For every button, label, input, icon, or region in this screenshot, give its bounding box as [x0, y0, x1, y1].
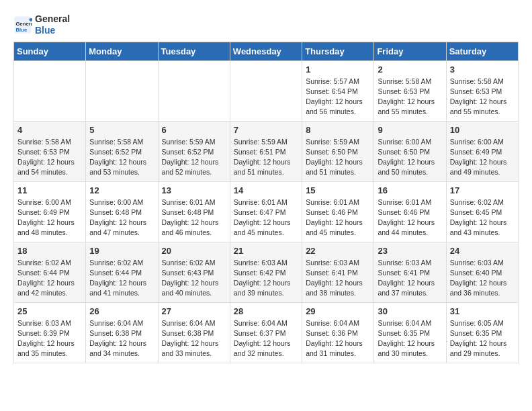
day-number: 27: [162, 306, 226, 316]
day-info: Sunrise: 5:59 AMSunset: 6:51 PMDaylight:…: [234, 137, 298, 178]
day-number: 3: [450, 64, 515, 75]
day-info: Sunrise: 6:03 AMSunset: 6:41 PMDaylight:…: [378, 258, 442, 299]
day-info: Sunrise: 6:02 AMSunset: 6:44 PMDaylight:…: [17, 258, 82, 299]
day-number: 7: [234, 125, 298, 135]
day-number: 18: [17, 246, 82, 256]
col-tuesday: Tuesday: [158, 42, 230, 60]
day-info: Sunrise: 6:00 AMSunset: 6:48 PMDaylight:…: [89, 197, 154, 238]
header-row: Sunday Monday Tuesday Wednesday Thursday…: [14, 42, 519, 60]
calendar-cell: 30 Sunrise: 6:04 AMSunset: 6:35 PMDaylig…: [374, 302, 446, 363]
day-info: Sunrise: 6:04 AMSunset: 6:36 PMDaylight:…: [306, 318, 370, 359]
logo: General Blue General Blue: [13, 13, 70, 36]
day-number: 22: [306, 246, 370, 256]
day-info: Sunrise: 6:02 AMSunset: 6:43 PMDaylight:…: [162, 258, 226, 299]
calendar-cell: 21 Sunrise: 6:03 AMSunset: 6:42 PMDaylig…: [230, 242, 302, 302]
calendar-cell: 20 Sunrise: 6:02 AMSunset: 6:43 PMDaylig…: [158, 242, 230, 302]
day-info: Sunrise: 6:01 AMSunset: 6:47 PMDaylight:…: [234, 197, 298, 238]
day-info: Sunrise: 6:00 AMSunset: 6:49 PMDaylight:…: [17, 197, 82, 238]
col-friday: Friday: [374, 42, 446, 60]
day-number: 9: [378, 125, 442, 135]
day-info: Sunrise: 6:04 AMSunset: 6:38 PMDaylight:…: [89, 318, 154, 359]
day-info: Sunrise: 5:57 AMSunset: 6:54 PMDaylight:…: [306, 77, 370, 118]
calendar-week-row: 25 Sunrise: 6:03 AMSunset: 6:39 PMDaylig…: [14, 302, 519, 363]
calendar-cell: 19 Sunrise: 6:02 AMSunset: 6:44 PMDaylig…: [86, 242, 158, 302]
calendar-cell: [86, 60, 158, 121]
calendar-cell: 31 Sunrise: 6:05 AMSunset: 6:35 PMDaylig…: [446, 302, 518, 363]
day-info: Sunrise: 5:59 AMSunset: 6:52 PMDaylight:…: [162, 137, 226, 178]
day-info: Sunrise: 6:00 AMSunset: 6:49 PMDaylight:…: [450, 137, 515, 178]
svg-text:Blue: Blue: [16, 27, 28, 33]
day-info: Sunrise: 5:58 AMSunset: 6:53 PMDaylight:…: [378, 77, 442, 118]
calendar-cell: 27 Sunrise: 6:04 AMSunset: 6:38 PMDaylig…: [158, 302, 230, 363]
day-number: 6: [162, 125, 226, 135]
calendar-cell: 28 Sunrise: 6:04 AMSunset: 6:37 PMDaylig…: [230, 302, 302, 363]
calendar-cell: 26 Sunrise: 6:04 AMSunset: 6:38 PMDaylig…: [86, 302, 158, 363]
calendar-cell: 24 Sunrise: 6:03 AMSunset: 6:40 PMDaylig…: [446, 242, 518, 302]
day-number: 23: [378, 246, 442, 256]
day-info: Sunrise: 5:58 AMSunset: 6:53 PMDaylight:…: [17, 137, 82, 178]
calendar-cell: 8 Sunrise: 5:59 AMSunset: 6:50 PMDayligh…: [302, 121, 374, 181]
calendar-week-row: 1 Sunrise: 5:57 AMSunset: 6:54 PMDayligh…: [14, 60, 519, 121]
day-info: Sunrise: 6:03 AMSunset: 6:42 PMDaylight:…: [234, 258, 298, 299]
calendar-week-row: 4 Sunrise: 5:58 AMSunset: 6:53 PMDayligh…: [14, 121, 519, 181]
logo-icon: General Blue: [13, 15, 32, 34]
day-info: Sunrise: 6:04 AMSunset: 6:38 PMDaylight:…: [162, 318, 226, 359]
day-info: Sunrise: 6:03 AMSunset: 6:40 PMDaylight:…: [450, 258, 515, 299]
calendar-cell: 6 Sunrise: 5:59 AMSunset: 6:52 PMDayligh…: [158, 121, 230, 181]
day-number: 29: [306, 306, 370, 316]
calendar-cell: [230, 60, 302, 121]
day-info: Sunrise: 6:01 AMSunset: 6:46 PMDaylight:…: [378, 197, 442, 238]
day-info: Sunrise: 6:05 AMSunset: 6:35 PMDaylight:…: [450, 318, 515, 359]
col-wednesday: Wednesday: [230, 42, 302, 60]
day-number: 25: [17, 306, 82, 316]
col-saturday: Saturday: [446, 42, 518, 60]
calendar-week-row: 11 Sunrise: 6:00 AMSunset: 6:49 PMDaylig…: [14, 181, 519, 242]
day-number: 11: [17, 185, 82, 195]
col-sunday: Sunday: [14, 42, 86, 60]
calendar-cell: 9 Sunrise: 6:00 AMSunset: 6:50 PMDayligh…: [374, 121, 446, 181]
logo-blue: Blue: [35, 25, 70, 36]
day-info: Sunrise: 6:00 AMSunset: 6:50 PMDaylight:…: [378, 137, 442, 178]
calendar-header: Sunday Monday Tuesday Wednesday Thursday…: [14, 42, 519, 60]
day-number: 16: [378, 185, 442, 195]
day-number: 28: [234, 306, 298, 316]
calendar-cell: 14 Sunrise: 6:01 AMSunset: 6:47 PMDaylig…: [230, 181, 302, 242]
day-info: Sunrise: 6:01 AMSunset: 6:48 PMDaylight:…: [162, 197, 226, 238]
calendar-cell: 7 Sunrise: 5:59 AMSunset: 6:51 PMDayligh…: [230, 121, 302, 181]
calendar-cell: 29 Sunrise: 6:04 AMSunset: 6:36 PMDaylig…: [302, 302, 374, 363]
page-header: General Blue General Blue: [13, 13, 519, 36]
day-number: 13: [162, 185, 226, 195]
calendar-cell: [158, 60, 230, 121]
calendar-cell: 25 Sunrise: 6:03 AMSunset: 6:39 PMDaylig…: [14, 302, 86, 363]
day-info: Sunrise: 5:58 AMSunset: 6:52 PMDaylight:…: [89, 137, 154, 178]
day-info: Sunrise: 6:01 AMSunset: 6:46 PMDaylight:…: [306, 197, 370, 238]
day-number: 5: [89, 125, 154, 135]
day-number: 8: [306, 125, 370, 135]
day-number: 14: [234, 185, 298, 195]
day-info: Sunrise: 6:04 AMSunset: 6:35 PMDaylight:…: [378, 318, 442, 359]
day-number: 20: [162, 246, 226, 256]
calendar-cell: 1 Sunrise: 5:57 AMSunset: 6:54 PMDayligh…: [302, 60, 374, 121]
calendar-cell: 3 Sunrise: 5:58 AMSunset: 6:53 PMDayligh…: [446, 60, 518, 121]
calendar-table: Sunday Monday Tuesday Wednesday Thursday…: [13, 42, 519, 363]
day-number: 15: [306, 185, 370, 195]
calendar-cell: 17 Sunrise: 6:02 AMSunset: 6:45 PMDaylig…: [446, 181, 518, 242]
day-info: Sunrise: 5:58 AMSunset: 6:53 PMDaylight:…: [450, 77, 515, 118]
day-number: 24: [450, 246, 515, 256]
calendar-cell: 2 Sunrise: 5:58 AMSunset: 6:53 PMDayligh…: [374, 60, 446, 121]
calendar-week-row: 18 Sunrise: 6:02 AMSunset: 6:44 PMDaylig…: [14, 242, 519, 302]
calendar-cell: 18 Sunrise: 6:02 AMSunset: 6:44 PMDaylig…: [14, 242, 86, 302]
logo-text: General Blue: [35, 13, 70, 36]
calendar-cell: 15 Sunrise: 6:01 AMSunset: 6:46 PMDaylig…: [302, 181, 374, 242]
day-info: Sunrise: 5:59 AMSunset: 6:50 PMDaylight:…: [306, 137, 370, 178]
day-info: Sunrise: 6:02 AMSunset: 6:45 PMDaylight:…: [450, 197, 515, 238]
logo-general: General: [35, 13, 70, 25]
day-number: 17: [450, 185, 515, 195]
calendar-cell: 12 Sunrise: 6:00 AMSunset: 6:48 PMDaylig…: [86, 181, 158, 242]
calendar-cell: 13 Sunrise: 6:01 AMSunset: 6:48 PMDaylig…: [158, 181, 230, 242]
col-monday: Monday: [86, 42, 158, 60]
calendar-cell: [14, 60, 86, 121]
calendar-body: 1 Sunrise: 5:57 AMSunset: 6:54 PMDayligh…: [14, 60, 519, 363]
day-number: 1: [306, 64, 370, 75]
day-number: 21: [234, 246, 298, 256]
